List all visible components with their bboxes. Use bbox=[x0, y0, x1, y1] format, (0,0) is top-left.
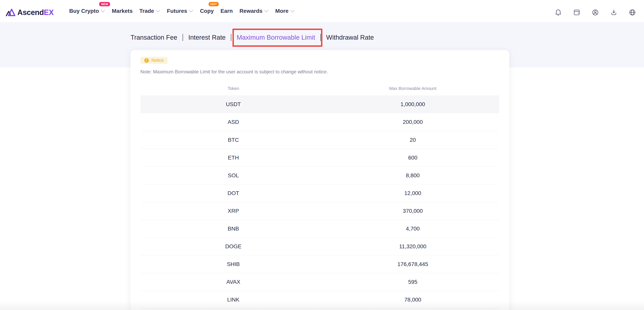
warning-icon: ! bbox=[144, 58, 149, 63]
token-cell: SHIB bbox=[140, 261, 326, 268]
table-row: LINK 78,000 bbox=[140, 291, 499, 308]
token-cell: XRP bbox=[140, 208, 326, 214]
table-header-row: Token Max Borrowable Amount bbox=[140, 74, 499, 96]
amount-cell: 200,000 bbox=[326, 119, 499, 125]
tab-separator bbox=[182, 34, 183, 41]
token-cell: DOGE bbox=[140, 243, 326, 250]
notice-note-text: Note: Maximum Borrowable Limit for the u… bbox=[140, 69, 499, 74]
token-cell: LINK bbox=[140, 296, 326, 303]
fee-tabs: Transaction FeeInterest RateMaximum Borr… bbox=[130, 22, 374, 53]
wallet-icon[interactable] bbox=[573, 9, 580, 16]
table-body: USDT 1,000,000 ASD 200,000 BTC 20 ETH 60… bbox=[140, 96, 499, 308]
max-borrowable-limit-card: ! Notice Note: Maximum Borrowable Limit … bbox=[130, 50, 509, 310]
column-header-token: Token bbox=[140, 86, 326, 91]
table-row: SHIB 176,678,445 bbox=[140, 255, 499, 273]
table-row: USDT 1,000,000 bbox=[140, 96, 499, 113]
ascendex-logo[interactable]: AscendEX bbox=[6, 8, 54, 17]
tab-maximum-borrowable-limit[interactable]: Maximum Borrowable Limit bbox=[236, 34, 315, 41]
token-cell: BNB bbox=[140, 226, 326, 232]
notifications-icon[interactable] bbox=[554, 9, 562, 16]
top-navbar: AscendEX Buy Crypto NEW Markets Trade Fu… bbox=[0, 0, 644, 22]
table-row: SOL 8,800 bbox=[140, 166, 499, 184]
column-header-max-borrowable-amount: Max Borrowable Amount bbox=[326, 86, 499, 91]
tab-transaction-fee[interactable]: Transaction Fee bbox=[130, 34, 177, 41]
notice-badge-label: Notice bbox=[152, 58, 164, 63]
account-icon[interactable] bbox=[592, 9, 599, 16]
ascendex-logo-text: AscendEX bbox=[17, 8, 54, 17]
language-globe-icon[interactable] bbox=[628, 9, 636, 16]
nav-item-more[interactable]: More bbox=[272, 3, 298, 19]
amount-cell: 11,320,000 bbox=[326, 243, 499, 250]
amount-cell: 12,000 bbox=[326, 190, 499, 196]
chevron-down-icon bbox=[189, 10, 193, 12]
token-cell: DOT bbox=[140, 190, 326, 196]
max-borrowable-table: Token Max Borrowable Amount USDT 1,000,0… bbox=[140, 74, 499, 310]
ascendex-logo-icon bbox=[6, 8, 16, 17]
amount-cell: 176,678,445 bbox=[326, 261, 499, 268]
nav-item-copy[interactable]: Copy HOT bbox=[196, 3, 217, 19]
table-row: BTC 20 bbox=[140, 131, 499, 149]
table-row: AVAX 595 bbox=[140, 273, 499, 291]
table-row: DOGE 11,320,000 bbox=[140, 238, 499, 255]
tab-interest-rate[interactable]: Interest Rate bbox=[188, 34, 226, 41]
tab-withdrawal-rate[interactable]: Withdrawal Rate bbox=[326, 34, 374, 41]
amount-cell: 78,000 bbox=[326, 296, 499, 303]
nav-item-earn[interactable]: Earn bbox=[217, 3, 236, 19]
token-cell: BTC bbox=[140, 137, 326, 143]
amount-cell: 595 bbox=[326, 279, 499, 285]
next-row-partial bbox=[140, 308, 499, 310]
chevron-down-icon bbox=[290, 10, 294, 12]
tab-separator bbox=[231, 34, 231, 41]
token-cell: AVAX bbox=[140, 279, 326, 285]
nav-item-futures[interactable]: Futures bbox=[164, 3, 196, 19]
tab-separator bbox=[320, 34, 321, 41]
chevron-down-icon bbox=[156, 10, 160, 12]
table-row: DOT 12,000 bbox=[140, 184, 499, 202]
table-row: ASD 200,000 bbox=[140, 113, 499, 131]
nav-item-rewards[interactable]: Rewards bbox=[236, 3, 272, 19]
chevron-down-icon bbox=[101, 10, 105, 12]
amount-cell: 370,000 bbox=[326, 208, 499, 214]
nav-item-markets[interactable]: Markets bbox=[108, 3, 136, 19]
amount-cell: 1,000,000 bbox=[326, 101, 499, 108]
main-nav: Buy Crypto NEW Markets Trade Futures Cop… bbox=[66, 3, 298, 22]
table-row: BNB 4,700 bbox=[140, 220, 499, 238]
token-cell: SOL bbox=[140, 172, 326, 179]
table-row: XRP 370,000 bbox=[140, 202, 499, 220]
token-cell: ETH bbox=[140, 154, 326, 161]
amount-cell: 4,700 bbox=[326, 226, 499, 232]
amount-cell: 600 bbox=[326, 154, 499, 161]
notice-badge: ! Notice bbox=[140, 57, 168, 64]
amount-cell: 8,800 bbox=[326, 172, 499, 179]
token-cell: USDT bbox=[140, 101, 326, 108]
nav-item-trade[interactable]: Trade bbox=[136, 3, 164, 19]
nav-item-buy-crypto[interactable]: Buy Crypto NEW bbox=[66, 3, 108, 19]
token-cell: ASD bbox=[140, 119, 326, 125]
table-row: ETH 600 bbox=[140, 149, 499, 166]
header-icons bbox=[554, 9, 636, 16]
chevron-down-icon bbox=[264, 10, 268, 12]
download-icon[interactable] bbox=[610, 9, 618, 16]
amount-cell: 20 bbox=[326, 137, 499, 143]
